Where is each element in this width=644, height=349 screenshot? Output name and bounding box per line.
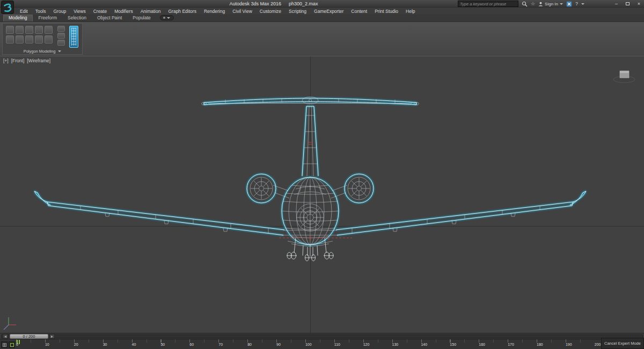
ribbon-tab[interactable]: Selection — [63, 14, 91, 21]
restore-icon — [626, 2, 630, 5]
ribbon-tool-button-4[interactable] — [35, 35, 43, 43]
help-caret-icon — [581, 3, 584, 5]
panel-label-row[interactable]: Polygon Modeling — [3, 49, 82, 54]
menu-item[interactable]: Edit — [16, 9, 32, 14]
ribbon: Polygon Modeling — [0, 22, 644, 56]
next-frame-icon — [51, 336, 53, 338]
window-title: Autodesk 3ds Max 2016 ph300_2.max — [86, 0, 462, 8]
close-button[interactable]: × — [635, 1, 643, 7]
viewport-general-menu[interactable]: [+] — [3, 58, 9, 63]
ribbon-tool-button-1[interactable] — [6, 35, 14, 43]
previous-frame-icon — [4, 336, 6, 338]
menu-item[interactable]: Views — [70, 9, 90, 14]
ribbon-tab[interactable]: Populate — [128, 14, 156, 21]
viewcube[interactable] — [613, 71, 635, 83]
ribbon-minimize-caret-icon — [167, 17, 170, 19]
menu-item[interactable]: Scripting — [285, 9, 310, 14]
sign-in-caret-icon — [560, 3, 563, 5]
document-name: ph300_2.max — [289, 1, 318, 6]
ribbon-tool-button-2[interactable] — [16, 35, 24, 43]
viewport-shading-menu[interactable]: [Wireframe] — [27, 58, 50, 63]
ribbon-minimize-dot-icon — [163, 17, 165, 19]
sign-in-button[interactable]: Sign In — [538, 2, 563, 6]
ribbon-tool-button-3[interactable] — [25, 35, 33, 43]
cancel-expert-mode-button[interactable]: Cancel Expert Mode — [601, 338, 644, 349]
time-slider-track[interactable] — [1, 335, 643, 338]
polygon-modeling-label: Polygon Modeling — [24, 49, 56, 54]
next-frame-button[interactable] — [49, 334, 55, 339]
search-input[interactable] — [458, 2, 518, 6]
modify-mode-toggle[interactable] — [69, 26, 78, 48]
exchange-apps-icon[interactable] — [566, 1, 572, 7]
polygon-modeling-panel: Polygon Modeling — [2, 23, 83, 55]
subobject-edge-button[interactable] — [16, 26, 24, 34]
help-icon[interactable]: ? — [575, 1, 578, 6]
frame-labels: 0102030405060708090100110120130140150160… — [16, 343, 595, 346]
trackbar-filter-button[interactable] — [9, 341, 15, 348]
subobject-vertex-button[interactable] — [6, 26, 14, 34]
menu-item[interactable]: GameExporter — [310, 9, 347, 14]
ribbon-stack-button-1[interactable] — [57, 26, 65, 32]
search-box[interactable] — [458, 1, 518, 7]
ribbon-minimize-button[interactable] — [160, 15, 174, 20]
menu-item[interactable]: Customize — [256, 9, 285, 14]
user-icon — [538, 2, 543, 6]
restore-button[interactable] — [624, 1, 632, 7]
world-axis-gizmo — [4, 317, 16, 330]
menu-item[interactable]: Civil View — [229, 9, 256, 14]
ribbon-tab[interactable]: Modeling — [3, 14, 33, 21]
menu-item[interactable]: Content — [347, 9, 371, 14]
titlebar-spacer — [588, 4, 609, 4]
previous-frame-button[interactable] — [3, 334, 8, 339]
ribbon-tab[interactable]: Object Paint — [92, 14, 127, 21]
viewport-label: [+] [Front] [Wireframe] — [3, 58, 50, 63]
sign-in-label: Sign In — [545, 2, 558, 6]
ribbon-tab-bar: ModelingFreeformSelectionObject PaintPop… — [0, 14, 644, 22]
ribbon-tabs-group: ModelingFreeformSelectionObject PaintPop… — [3, 14, 156, 21]
curve-editor-icon — [3, 343, 6, 347]
minimize-button[interactable]: – — [612, 1, 620, 7]
favorites-star-icon[interactable]: ☆ — [531, 1, 535, 6]
ribbon-tool-button-5[interactable] — [45, 35, 53, 43]
infocenter-bar: ☆ Sign In ? – × — [458, 1, 643, 7]
app-title: Autodesk 3ds Max 2016 — [229, 1, 281, 6]
max-application-button[interactable] — [1, 1, 14, 14]
menu-item[interactable]: Help — [402, 9, 419, 14]
mini-curve-editor-button[interactable] — [1, 341, 8, 348]
subobject-border-button[interactable] — [25, 26, 33, 34]
menu-item[interactable]: Print Studio — [371, 9, 402, 14]
title-bar: Autodesk 3ds Max 2016 ph300_2.max ☆ Sign… — [0, 0, 644, 8]
filter-icon — [10, 343, 14, 347]
menu-item[interactable]: Create — [90, 9, 111, 14]
search-icon[interactable] — [522, 1, 528, 7]
panel-caret-icon — [58, 50, 61, 52]
viewport-view-menu[interactable]: [Front] — [11, 58, 25, 63]
menu-item[interactable]: Modifiers — [111, 9, 136, 14]
ribbon-stack-button-3[interactable] — [57, 40, 65, 46]
menu-item[interactable]: Animation — [137, 9, 165, 14]
menu-item[interactable]: Graph Editors — [164, 9, 200, 14]
viewport-canvas[interactable] — [0, 56, 644, 333]
time-slider-bar[interactable]: 0 / 200 — [0, 333, 644, 339]
viewport[interactable]: [+] [Front] [Wireframe] — [0, 56, 644, 333]
time-slider-handle[interactable]: 0 / 200 — [10, 334, 48, 339]
menu-item[interactable]: Tools — [32, 9, 50, 14]
menu-item[interactable]: Rendering — [200, 9, 229, 14]
max-logo-icon — [3, 3, 12, 12]
track-bar[interactable]: 0102030405060708090100110120130140150160… — [0, 339, 644, 349]
subobject-polygon-button[interactable] — [35, 26, 43, 34]
ribbon-stack-button-2[interactable] — [57, 33, 65, 39]
subobject-element-button[interactable] — [45, 26, 53, 34]
menu-item[interactable]: Group — [50, 9, 70, 14]
ribbon-tab[interactable]: Freeform — [34, 14, 62, 21]
menu-bar: EditToolsGroupViewsCreateModifiersAnimat… — [0, 8, 644, 14]
